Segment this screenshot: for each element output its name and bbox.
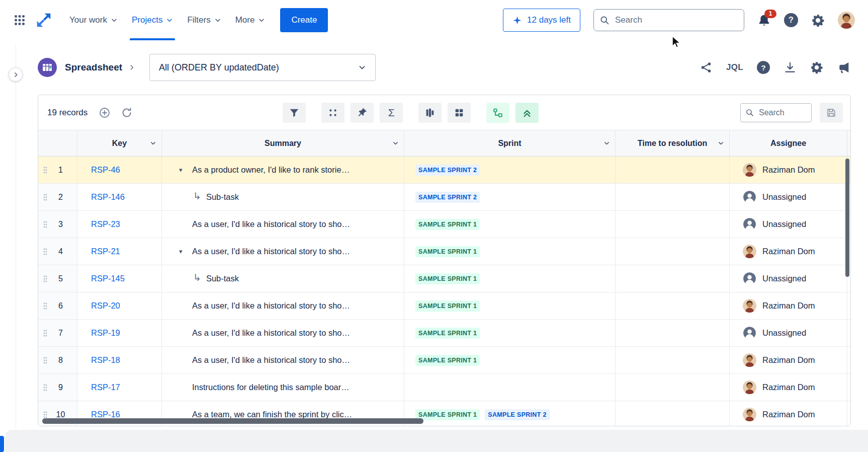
- announcements-button[interactable]: [837, 60, 851, 74]
- summary-cell[interactable]: ▾ As a user, I'd like a historical story…: [162, 347, 404, 373]
- sprint-cell[interactable]: SAMPLE SPRINT 2: [404, 157, 616, 183]
- time-to-resolution-cell[interactable]: [616, 265, 730, 292]
- expand-caret-icon[interactable]: ▾: [179, 166, 192, 174]
- table-row[interactable]: 8 RSP-18 ▾ As a user, I'd like a histori…: [38, 347, 850, 374]
- share-button[interactable]: [700, 61, 713, 74]
- profile-button[interactable]: [838, 12, 855, 29]
- table-row[interactable]: 2 RSP-146 ▾ ↳ Sub-task SAMPLE SPRINT 2 U…: [38, 184, 850, 211]
- assignee-cell[interactable]: Raziman Dom: [730, 157, 847, 183]
- settings-button[interactable]: [811, 14, 825, 27]
- summary-cell[interactable]: ▾ As a user, I'd like a historical story…: [162, 211, 404, 238]
- drag-handle-icon[interactable]: [43, 410, 48, 419]
- row-number-cell[interactable]: 8: [38, 347, 77, 373]
- collapse-all-button[interactable]: [515, 103, 539, 123]
- issue-key-link[interactable]: RSP-21: [77, 247, 120, 256]
- columns-button[interactable]: [418, 103, 442, 123]
- trial-button[interactable]: 12 days left: [503, 9, 580, 32]
- drag-handle-icon[interactable]: [43, 247, 48, 256]
- notifications-button[interactable]: 1: [757, 14, 771, 27]
- nav-more[interactable]: More: [228, 0, 273, 40]
- assignee-cell[interactable]: Unassigned: [730, 320, 847, 346]
- summary-cell[interactable]: ▾ As a product owner, I'd like to rank s…: [162, 157, 404, 183]
- vertical-scrollbar[interactable]: [845, 159, 849, 277]
- sprint-cell[interactable]: SAMPLE SPRINT 1: [404, 238, 616, 265]
- export-button[interactable]: [784, 61, 797, 74]
- sprint-cell[interactable]: SAMPLE SPRINT 1: [404, 292, 616, 319]
- chevron-down-icon[interactable]: [603, 140, 610, 146]
- summary-cell[interactable]: ▾ Instructions for deleting this sample …: [162, 374, 404, 401]
- sprint-cell[interactable]: [404, 374, 616, 401]
- row-number-cell[interactable]: 1: [38, 157, 77, 183]
- row-number-cell[interactable]: 6: [38, 292, 77, 319]
- drag-handle-icon[interactable]: [43, 166, 48, 175]
- refresh-button[interactable]: [121, 107, 133, 119]
- assignee-cell[interactable]: Unassigned: [730, 265, 847, 292]
- drag-handle-icon[interactable]: [43, 356, 48, 365]
- add-record-button[interactable]: [99, 107, 111, 119]
- drag-handle-icon[interactable]: [43, 383, 48, 392]
- chevron-down-icon[interactable]: [718, 140, 724, 146]
- issue-key-link[interactable]: RSP-146: [77, 192, 125, 202]
- pin-button[interactable]: [351, 103, 374, 123]
- save-button[interactable]: [820, 103, 843, 123]
- expand-sidebar-button[interactable]: [9, 67, 23, 82]
- nav-filters[interactable]: Filters: [180, 0, 228, 40]
- assignee-cell[interactable]: Unassigned: [730, 211, 847, 238]
- header-cell-assignee[interactable]: Assignee: [730, 130, 847, 156]
- assignee-cell[interactable]: Raziman Dom: [730, 401, 847, 426]
- sprint-cell[interactable]: SAMPLE SPRINT 1SAMPLE SPRINT 2: [404, 401, 616, 426]
- view-selector[interactable]: All (ORDER BY updatedDate): [149, 54, 376, 81]
- assignee-cell[interactable]: Raziman Dom: [730, 347, 847, 373]
- table-row[interactable]: 7 RSP-19 ▾ As a user, I'd like a histori…: [38, 320, 850, 347]
- drag-handle-icon[interactable]: [43, 329, 48, 338]
- jira-logo-icon[interactable]: [35, 12, 52, 29]
- drag-handle-icon[interactable]: [43, 193, 48, 202]
- time-to-resolution-cell[interactable]: [616, 292, 730, 319]
- summary-cell[interactable]: ▾ As a user, I'd like a historical story…: [162, 292, 404, 319]
- row-number-cell[interactable]: 2: [38, 184, 77, 210]
- row-number-cell[interactable]: 3: [38, 211, 77, 238]
- assignee-cell[interactable]: Raziman Dom: [730, 238, 847, 265]
- row-number-cell[interactable]: 5: [38, 265, 77, 292]
- header-cell-sprint[interactable]: Sprint: [404, 130, 616, 156]
- chevron-down-icon[interactable]: [150, 140, 156, 146]
- table-row[interactable]: 1 RSP-46 ▾ As a product owner, I'd like …: [38, 157, 850, 184]
- issue-key-link[interactable]: RSP-17: [77, 383, 120, 392]
- hierarchy-button[interactable]: [486, 103, 509, 123]
- time-to-resolution-cell[interactable]: [616, 184, 730, 210]
- table-row[interactable]: 5 RSP-145 ▾ ↳ Sub-task SAMPLE SPRINT 1 U…: [38, 265, 850, 292]
- drag-handle-icon[interactable]: [43, 274, 48, 283]
- drag-handle-icon[interactable]: [43, 302, 48, 311]
- time-to-resolution-cell[interactable]: [616, 320, 730, 346]
- issue-key-link[interactable]: RSP-19: [77, 328, 120, 338]
- assignee-cell[interactable]: Raziman Dom: [730, 374, 847, 401]
- sum-button[interactable]: Σ: [380, 103, 403, 123]
- issue-key-link[interactable]: RSP-145: [77, 274, 125, 283]
- time-to-resolution-cell[interactable]: [616, 374, 730, 401]
- sprint-cell[interactable]: SAMPLE SPRINT 1: [404, 347, 616, 373]
- help-button[interactable]: ?: [784, 13, 798, 27]
- time-to-resolution-cell[interactable]: [616, 157, 730, 183]
- issue-key-link[interactable]: RSP-23: [77, 219, 120, 229]
- issue-key-link[interactable]: RSP-46: [77, 165, 120, 175]
- row-number-cell[interactable]: 9: [38, 374, 77, 401]
- help-circle-button[interactable]: ?: [757, 61, 770, 74]
- grid-view-button[interactable]: [448, 103, 471, 123]
- filter-button[interactable]: [283, 103, 306, 123]
- summary-cell[interactable]: ▾ As a user, I'd like a historical story…: [162, 238, 404, 265]
- board-settings-button[interactable]: [810, 61, 823, 74]
- sprint-cell[interactable]: SAMPLE SPRINT 1: [404, 265, 616, 292]
- time-to-resolution-cell[interactable]: [616, 401, 730, 426]
- selection-button[interactable]: [321, 103, 344, 123]
- header-cell-summary[interactable]: Summary: [162, 130, 404, 156]
- assignee-cell[interactable]: Raziman Dom: [730, 292, 847, 319]
- time-to-resolution-cell[interactable]: [616, 347, 730, 373]
- create-button[interactable]: Create: [280, 8, 328, 32]
- issue-key-link[interactable]: RSP-20: [77, 301, 120, 311]
- header-cell-key[interactable]: Key: [77, 130, 162, 156]
- summary-cell[interactable]: ▾ ↳ Sub-task: [162, 184, 404, 210]
- nav-projects[interactable]: Projects: [125, 0, 180, 40]
- sprint-cell[interactable]: SAMPLE SPRINT 1: [404, 211, 616, 238]
- jql-button[interactable]: JQL: [726, 62, 743, 72]
- header-cell-time-to-resolution[interactable]: Time to resolution: [616, 130, 730, 156]
